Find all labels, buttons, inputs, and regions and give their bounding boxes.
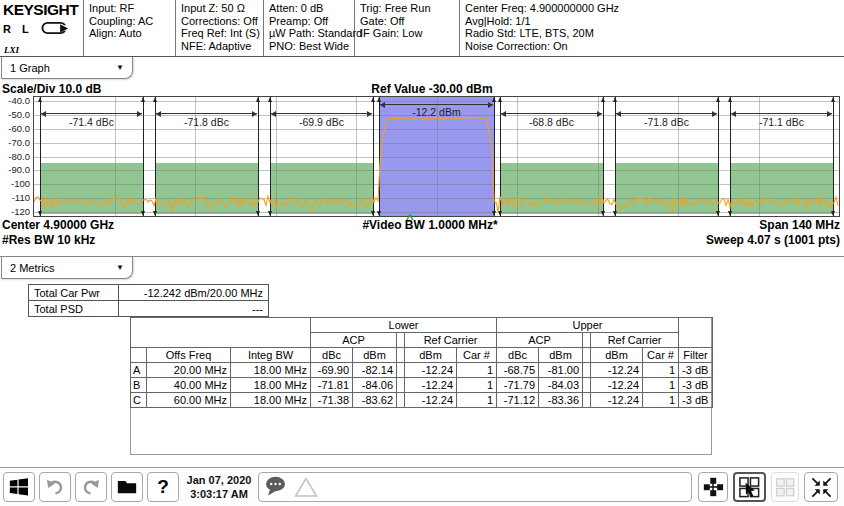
table-row: C 60.00 MHz 18.00 MHz -71.38 -83.62 -12.…: [131, 393, 713, 408]
redo-icon: [80, 476, 102, 498]
bottom-toolbar: ? Jan 07, 2020 3:03:17 AM: [0, 467, 844, 506]
group-header-upper: Upper: [497, 318, 679, 333]
acp-annotation: -71.4 dBc: [40, 116, 144, 128]
status-header: KEYSIGHT R L LXI Input: RF Coupling: AC …: [0, 0, 844, 57]
y-axis-tick-label: -80.0: [0, 152, 30, 162]
metric-label: Total Car Pwr: [29, 285, 119, 301]
filter-cell: -3 dB: [679, 363, 713, 378]
header-atten-block[interactable]: Atten: 0 dB Preamp: Off µW Path: Standar…: [264, 0, 355, 56]
metric-label: Total PSD: [29, 301, 119, 317]
acp-results-panel: Lower Upper ACP Ref Carrier ACP Ref Carr…: [130, 317, 712, 455]
graph-view-dropdown[interactable]: 1 Graph ▼: [1, 57, 133, 79]
upper-ref-dbm-cell: -12.24: [591, 393, 643, 408]
lower-car-cell: 1: [457, 363, 497, 378]
freqref-line: Freq Ref: Int (S): [181, 27, 259, 40]
measure-span-arrow: [616, 113, 718, 114]
upper-ref-dbm-cell: -12.24: [591, 378, 643, 393]
y-axis-tick-label: -70.0: [0, 138, 30, 148]
acp-annotation: -68.8 dBc: [500, 116, 604, 128]
y-axis-tick-label: -90.0: [0, 165, 30, 175]
col-header-filter: Filter: [679, 348, 713, 363]
offset-id: B: [131, 378, 147, 393]
col-header-dbm: dBm: [405, 348, 457, 363]
header-freq-block[interactable]: Center Freq: 4.900000000 GHz Avg|Hold: 1…: [460, 0, 844, 56]
warning-triangle-icon: [294, 476, 318, 498]
chevron-down-icon: ▼: [116, 263, 124, 272]
col-header-dbm: dBm: [353, 348, 397, 363]
pno-line: PNO: Best Wide: [269, 40, 350, 53]
upper-dbm-cell: -81.00: [539, 363, 583, 378]
offs-freq-cell: 40.00 MHz: [147, 378, 231, 393]
graph-footer-right: Span 140 MHz Sweep 4.07 s (1001 pts): [706, 218, 840, 248]
filter-cell: -3 dB: [679, 393, 713, 408]
time-text: 3:03:17 AM: [183, 487, 255, 501]
window-grid-button[interactable]: [771, 472, 799, 502]
save-recall-button[interactable]: [111, 472, 143, 502]
blank-cell: [583, 378, 591, 393]
table-row: A 20.00 MHz 18.00 MHz -69.90 -82.14 -12.…: [131, 363, 713, 378]
spectrum-plot[interactable]: -12.2 dBm-69.9 dBc-68.8 dBc-71.8 dBc-71.…: [33, 96, 840, 217]
offset-id: A: [131, 363, 147, 378]
collapse-arrows-icon: [810, 476, 833, 499]
integ-bw-cell: 18.00 MHz: [231, 363, 311, 378]
measure-span-arrow: [731, 113, 833, 114]
block-diagram-button[interactable]: [698, 472, 728, 502]
col-header-car: Car #: [457, 348, 497, 363]
offs-freq-cell: 20.00 MHz: [147, 363, 231, 378]
ifgain-line: IF Gain: Low: [360, 27, 455, 40]
col-header-car: Car #: [643, 348, 679, 363]
subheader-ref-carrier: Ref Carrier: [405, 333, 497, 348]
upper-dbm-cell: -84.03: [539, 378, 583, 393]
center-marker-icon: ^: [406, 211, 414, 226]
status-message-bar[interactable]: [258, 472, 692, 502]
integ-bw-cell: 18.00 MHz: [231, 378, 311, 393]
upper-dbc-cell: -71.79: [497, 378, 539, 393]
lower-dbm-cell: -84.06: [353, 378, 397, 393]
group-header-lower: Lower: [311, 318, 497, 333]
table-row: B 40.00 MHz 18.00 MHz -71.81 -84.06 -12.…: [131, 378, 713, 393]
header-input-block[interactable]: Input: RF Coupling: AC Align: Auto: [84, 0, 176, 56]
video-bw-label: #Video BW 1.0000 MHz*: [330, 218, 530, 232]
undo-button[interactable]: [39, 472, 71, 502]
col-header-dbc: dBc: [311, 348, 353, 363]
metric-value: ---: [119, 301, 269, 317]
upper-car-cell: 1: [643, 378, 679, 393]
upper-car-cell: 1: [643, 363, 679, 378]
header-trig-block[interactable]: Trig: Free Run Gate: Off IF Gain: Low: [355, 0, 460, 56]
upper-car-cell: 1: [643, 393, 679, 408]
upper-dbc-cell: -71.12: [497, 393, 539, 408]
y-axis-tick-label: -60.0: [0, 124, 30, 134]
blank-cell: [397, 363, 405, 378]
undo-icon: [44, 476, 66, 498]
measure-span-arrow: [41, 113, 143, 114]
blank-cell: [583, 333, 591, 348]
instrument-window: KEYSIGHT R L LXI Input: RF Coupling: AC …: [0, 0, 844, 506]
radiostd-line: Radio Std: LTE, BTS, 20M: [465, 27, 840, 40]
graph-area: -40.0-50.0-60.0-70.0-80.0-90.0-100-110-1…: [0, 96, 844, 217]
lower-ref-dbm-cell: -12.24: [405, 363, 457, 378]
uwpath-line: µW Path: Standard: [269, 27, 350, 40]
col-header-integ-bw: Integ BW: [231, 348, 311, 363]
blank-cell: [131, 318, 311, 348]
screen-select-button[interactable]: [733, 472, 766, 502]
windows-start-button[interactable]: [3, 472, 35, 502]
table-row: Total PSD ---: [29, 301, 269, 317]
blank-cell: [583, 393, 591, 408]
help-button[interactable]: ?: [147, 472, 179, 502]
scale-div-label: Scale/Div 10.0 dB: [2, 82, 101, 96]
screen-grid-hand-icon: [738, 476, 761, 499]
lower-dbc-cell: -71.38: [311, 393, 353, 408]
lower-dbm-cell: -83.62: [353, 393, 397, 408]
redo-button[interactable]: [75, 472, 107, 502]
message-bubble-icon: [264, 475, 288, 499]
date-text: Jan 07, 2020: [183, 473, 255, 487]
acp-annotation: -71.8 dBc: [155, 116, 259, 128]
center-freq-label: Center 4.90000 GHz: [2, 218, 114, 233]
inputz-line: Input Z: 50 Ω: [181, 2, 259, 15]
subheader-acp: ACP: [311, 333, 397, 348]
res-bw-label: #Res BW 10 kHz: [2, 233, 114, 248]
header-inputz-block[interactable]: Input Z: 50 Ω Corrections: Off Freq Ref:…: [176, 0, 264, 56]
fullscreen-toggle-button[interactable]: [804, 472, 838, 502]
metrics-view-dropdown[interactable]: 2 Metrics ▼: [1, 257, 133, 279]
blank-cell: [679, 318, 713, 348]
